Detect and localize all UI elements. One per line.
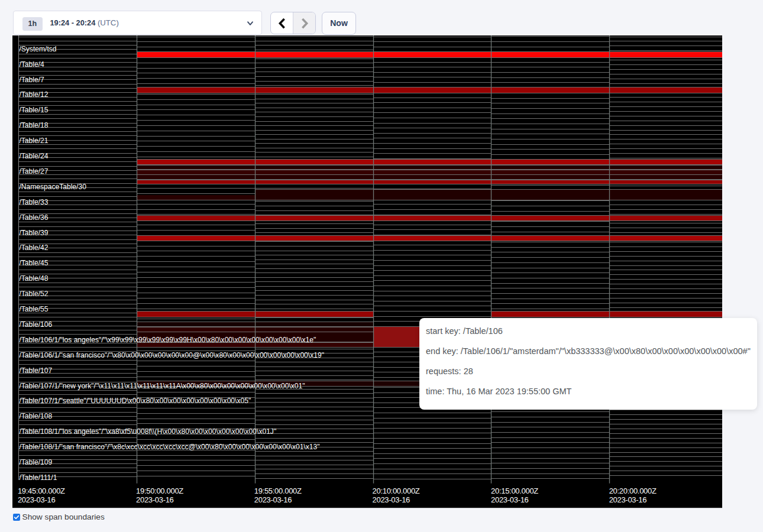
svg-text:/NamespaceTable/30: /NamespaceTable/30: [19, 183, 86, 191]
svg-text:/Table/18: /Table/18: [19, 122, 48, 130]
svg-text:/System/tsd: /System/tsd: [19, 45, 56, 53]
svg-text:20:20:00.000Z: 20:20:00.000Z: [609, 487, 657, 496]
svg-text:20:10:00.000Z: 20:10:00.000Z: [373, 487, 420, 496]
svg-text:/Table/15: /Table/15: [19, 106, 48, 115]
svg-text:2023-03-16: 2023-03-16: [136, 496, 173, 505]
svg-text:/Table/106/1/"san francisco"/": /Table/106/1/"san francisco"/"\x80\x00\x…: [19, 351, 324, 359]
svg-text:/Table/55: /Table/55: [19, 305, 48, 313]
svg-text:/Table/107: /Table/107: [19, 366, 52, 375]
svg-text:/Table/108/1/"los angeles"/"\x: /Table/108/1/"los angeles"/"\xa8\xf5\u00…: [19, 428, 276, 436]
svg-text:2023-03-16: 2023-03-16: [254, 496, 292, 505]
svg-text:/Table/33: /Table/33: [19, 198, 48, 206]
svg-text:/Table/107/1/"seattle"/"UUUUUU: /Table/107/1/"seattle"/"UUUUUUD\x00\x80\…: [19, 397, 251, 406]
svg-text:/Table/36: /Table/36: [19, 213, 48, 222]
svg-text:/Table/27: /Table/27: [19, 167, 48, 176]
svg-text:/Table/21: /Table/21: [19, 137, 48, 145]
svg-text:/Table/45: /Table/45: [19, 259, 48, 268]
svg-text:2023-03-16: 2023-03-16: [18, 496, 55, 505]
svg-text:/Table/39: /Table/39: [19, 229, 48, 237]
svg-text:/Table/52: /Table/52: [19, 290, 48, 299]
svg-text:/Table/7: /Table/7: [19, 76, 44, 84]
svg-text:/Table/111/1: /Table/111/1: [19, 473, 57, 482]
svg-text:/Table/108: /Table/108: [19, 413, 52, 421]
svg-text:2023-03-16: 2023-03-16: [491, 496, 528, 505]
svg-text:19:45:00.000Z: 19:45:00.000Z: [18, 487, 65, 496]
svg-text:/Table/106/1/"los angeles"/"\x: /Table/106/1/"los angeles"/"\x99\x99\x99…: [19, 336, 316, 344]
svg-text:/Table/24: /Table/24: [19, 152, 48, 160]
svg-text:/Table/42: /Table/42: [19, 244, 48, 252]
svg-text:2023-03-16: 2023-03-16: [373, 496, 410, 505]
svg-text:20:15:00.000Z: 20:15:00.000Z: [491, 487, 538, 496]
svg-text:19:55:00.000Z: 19:55:00.000Z: [254, 487, 302, 496]
svg-text:/Table/108/1/"san francisco"/": /Table/108/1/"san francisco"/"\x8c\xcc\x…: [19, 443, 319, 452]
svg-text:2023-03-16: 2023-03-16: [609, 496, 646, 505]
svg-text:/Table/4: /Table/4: [19, 60, 44, 69]
svg-text:19:50:00.000Z: 19:50:00.000Z: [136, 487, 183, 496]
svg-text:/Table/106: /Table/106: [19, 320, 52, 329]
svg-text:/Table/48: /Table/48: [19, 275, 48, 283]
svg-text:/Table/12: /Table/12: [19, 91, 48, 99]
svg-text:/Table/107/1/"new york"/"\x11\: /Table/107/1/"new york"/"\x11\x11\x11\x1…: [19, 382, 305, 390]
svg-text:/Table/109: /Table/109: [19, 458, 52, 466]
